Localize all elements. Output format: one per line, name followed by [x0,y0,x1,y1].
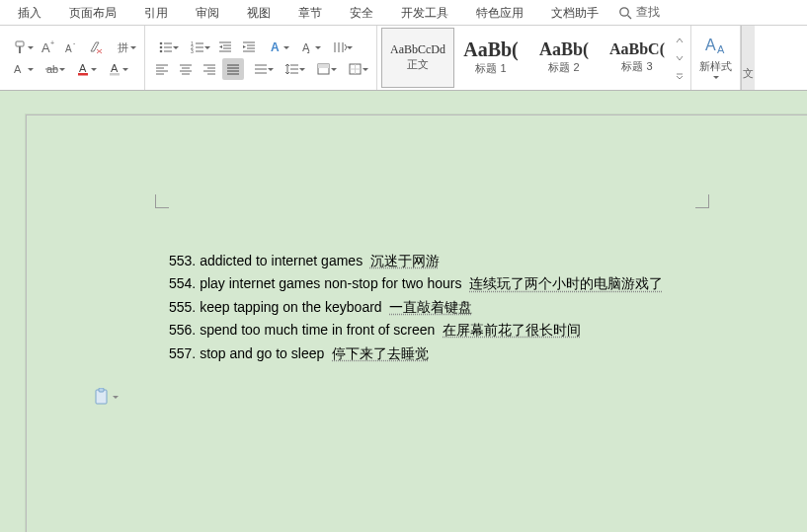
svg-text:A: A [111,62,119,74]
increase-indent-button[interactable] [238,37,260,58]
align-justify-button[interactable] [222,58,244,80]
svg-text:A: A [14,63,22,75]
numbering-button[interactable]: 123 [183,37,212,58]
strikethrough-button[interactable]: ab [38,58,67,80]
margin-marker-tl [155,194,169,208]
clear-format-button[interactable] [85,37,107,58]
style-preview: AaBb( [539,40,589,58]
styles-gallery: AaBbCcDd 正文 AaBb( 标题 1 AaBb( 标题 2 AaBbC(… [377,26,691,90]
document-body[interactable]: 553. addicted to internet games 沉迷于网游 55… [169,250,753,365]
svg-text:A: A [717,43,725,55]
style-heading1[interactable]: AaBb( 标题 1 [454,28,527,88]
tab-view[interactable]: 视图 [233,0,284,26]
svg-point-22 [160,49,163,52]
text-line[interactable]: 557. stop and go to sleep 停下来了去睡觉 [169,342,753,365]
style-label: 标题 1 [475,61,506,76]
search-button[interactable]: 查找 [618,4,660,21]
svg-rect-15 [78,73,88,76]
asian-layout-button[interactable]: A̧ [293,37,323,58]
svg-rect-3 [19,46,21,53]
tab-review[interactable]: 审阅 [182,0,233,26]
styles-scroll [673,28,686,88]
style-heading3[interactable]: AaBbC( 标题 3 [601,28,674,88]
search-icon [618,6,632,20]
styles-expand-button[interactable] [673,67,686,85]
tab-insert[interactable]: 插入 [4,0,55,26]
style-heading2[interactable]: AaBb( 标题 2 [527,28,601,88]
new-style-icon: AA [703,34,729,57]
distribute-button[interactable] [246,58,276,80]
shading-button[interactable] [309,58,339,80]
svg-rect-74 [99,388,104,392]
text-line[interactable]: 553. addicted to internet games 沉迷于网游 [169,250,753,272]
search-label: 查找 [636,4,660,21]
decrease-font-button[interactable]: A- [61,37,83,58]
collapse-ribbon-button[interactable]: 文 [741,26,755,90]
styles-up-button[interactable] [673,32,686,49]
svg-text:A: A [65,43,72,54]
highlight-button[interactable]: A [101,58,130,80]
new-style-label: 新样式 [699,59,732,74]
menu-tabs: 插入 页面布局 引用 审阅 视图 章节 安全 开发工具 特色应用 文档助手 查找 [0,0,807,26]
style-label: 正文 [407,57,429,72]
tab-chapter[interactable]: 章节 [284,0,336,26]
document-canvas: 553. addicted to internet games 沉迷于网游 55… [0,91,807,532]
margin-marker-tr [695,194,709,208]
svg-text:A̧: A̧ [302,41,310,53]
svg-point-20 [160,45,163,48]
style-label: 标题 2 [548,60,579,75]
style-preview: AaBbCcDd [390,43,445,55]
change-case-button[interactable]: A [6,58,36,80]
decrease-indent-button[interactable] [214,37,236,58]
text-line[interactable]: 554. play internet games non-stop for tw… [169,272,753,295]
style-label: 标题 3 [621,59,652,74]
increase-font-button[interactable]: A+ [38,37,59,58]
page[interactable]: 553. addicted to internet games 沉迷于网游 55… [26,114,807,532]
styles-down-button[interactable] [673,49,686,67]
text-line[interactable]: 556. spend too much time in front of scr… [169,319,753,342]
ribbon: A+ A- 拼 A ab A A 123 A A̧ [0,26,807,91]
font-color-button[interactable]: A [69,58,99,80]
tab-page-layout[interactable]: 页面布局 [55,0,130,26]
svg-text:A: A [79,62,87,74]
paste-icon [94,388,110,406]
phonetic-guide-button[interactable]: 拼 [109,37,138,58]
style-normal[interactable]: AaBbCcDd 正文 [381,28,454,88]
new-style-button[interactable]: AA 新样式 [691,26,741,90]
svg-point-18 [160,41,163,44]
format-painter-button[interactable] [6,37,36,58]
tab-references[interactable]: 引用 [130,0,182,26]
svg-text:+: + [50,39,54,46]
text-line[interactable]: 555. keep tapping on the keyboard 一直敲着键盘 [169,296,753,319]
text-direction-button[interactable] [325,37,355,58]
borders-button[interactable] [341,58,370,80]
svg-text:A: A [271,40,280,54]
style-preview: AaBb( [463,39,519,59]
svg-rect-17 [110,73,120,76]
svg-text:A: A [41,40,50,55]
align-center-button[interactable] [175,58,197,80]
tab-special[interactable]: 特色应用 [462,0,537,26]
group-paragraph: 123 A A̧ [145,26,377,90]
line-spacing-button[interactable] [278,58,307,80]
align-right-button[interactable] [199,58,220,80]
paste-options-button[interactable] [94,388,119,406]
svg-text:3: 3 [191,48,194,54]
tab-security[interactable]: 安全 [336,0,387,26]
svg-line-1 [628,15,632,19]
svg-rect-66 [318,64,329,68]
style-preview: AaBbC( [609,41,665,57]
align-left-button[interactable] [151,58,173,80]
tab-doc-assistant[interactable]: 文档助手 [537,0,612,26]
tab-devtools[interactable]: 开发工具 [387,0,462,26]
svg-text:A: A [705,37,716,53]
svg-text:-: - [73,39,76,46]
text-effects-button[interactable]: A [262,37,291,58]
svg-point-0 [620,7,628,15]
svg-text:拼: 拼 [118,41,128,53]
bullets-button[interactable] [151,37,181,58]
svg-rect-2 [16,41,24,46]
group-font: A+ A- 拼 A ab A A [0,26,145,90]
